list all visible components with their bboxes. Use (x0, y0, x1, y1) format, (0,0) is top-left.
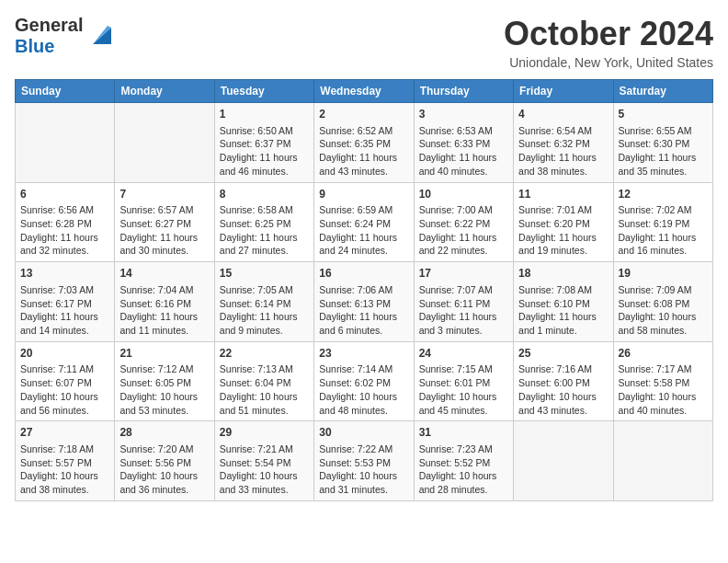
calendar-cell: 17Sunrise: 7:07 AM Sunset: 6:11 PM Dayli… (414, 262, 513, 342)
day-number: 23 (319, 346, 408, 362)
calendar-cell: 12Sunrise: 7:02 AM Sunset: 6:19 PM Dayli… (613, 182, 712, 262)
calendar-cell: 11Sunrise: 7:01 AM Sunset: 6:20 PM Dayli… (514, 182, 613, 262)
calendar-cell: 13Sunrise: 7:03 AM Sunset: 6:17 PM Dayli… (16, 262, 115, 342)
calendar-cell (115, 103, 214, 183)
calendar-cell: 22Sunrise: 7:13 AM Sunset: 6:04 PM Dayli… (214, 341, 313, 421)
logo-general: General (15, 15, 83, 35)
logo: General Blue (15, 15, 115, 57)
day-info: Sunrise: 6:57 AM Sunset: 6:27 PM Dayligh… (119, 203, 209, 258)
day-number: 18 (518, 266, 608, 282)
day-number: 2 (319, 107, 408, 122)
weekday-header: Thursday (414, 80, 513, 103)
weekday-header: Friday (514, 80, 613, 103)
day-info: Sunrise: 7:08 AM Sunset: 6:10 PM Dayligh… (518, 283, 608, 338)
calendar-week-row: 13Sunrise: 7:03 AM Sunset: 6:17 PM Dayli… (16, 262, 713, 342)
day-info: Sunrise: 7:15 AM Sunset: 6:01 PM Dayligh… (419, 362, 508, 417)
day-number: 17 (419, 266, 508, 282)
calendar-cell: 28Sunrise: 7:20 AM Sunset: 5:56 PM Dayli… (115, 421, 214, 501)
calendar-week-row: 20Sunrise: 7:11 AM Sunset: 6:07 PM Dayli… (16, 341, 713, 421)
day-number: 9 (319, 187, 408, 202)
calendar-header: SundayMondayTuesdayWednesdayThursdayFrid… (16, 80, 713, 103)
calendar-cell: 21Sunrise: 7:12 AM Sunset: 6:05 PM Dayli… (115, 341, 214, 421)
day-number: 12 (619, 187, 708, 202)
day-number: 3 (419, 107, 508, 122)
calendar-cell: 10Sunrise: 7:00 AM Sunset: 6:22 PM Dayli… (414, 182, 513, 262)
day-number: 16 (319, 266, 408, 282)
calendar-cell (16, 103, 115, 183)
day-info: Sunrise: 6:53 AM Sunset: 6:33 PM Dayligh… (419, 124, 508, 178)
day-number: 25 (518, 346, 608, 362)
day-info: Sunrise: 7:11 AM Sunset: 6:07 PM Dayligh… (20, 362, 109, 417)
day-info: Sunrise: 7:16 AM Sunset: 6:00 PM Dayligh… (518, 362, 608, 417)
day-info: Sunrise: 7:04 AM Sunset: 6:16 PM Dayligh… (119, 283, 209, 338)
calendar-week-row: 27Sunrise: 7:18 AM Sunset: 5:57 PM Dayli… (16, 421, 713, 501)
day-info: Sunrise: 6:56 AM Sunset: 6:28 PM Dayligh… (20, 203, 109, 258)
day-info: Sunrise: 7:06 AM Sunset: 6:13 PM Dayligh… (319, 283, 408, 338)
day-info: Sunrise: 6:50 AM Sunset: 6:37 PM Dayligh… (220, 124, 309, 178)
day-number: 10 (419, 187, 508, 202)
day-info: Sunrise: 7:02 AM Sunset: 6:19 PM Dayligh… (619, 203, 708, 258)
day-number: 6 (20, 187, 109, 202)
calendar-cell: 18Sunrise: 7:08 AM Sunset: 6:10 PM Dayli… (514, 262, 613, 342)
calendar-cell: 8Sunrise: 6:58 AM Sunset: 6:25 PM Daylig… (214, 182, 313, 262)
weekday-header: Monday (115, 80, 214, 103)
day-info: Sunrise: 7:18 AM Sunset: 5:57 PM Dayligh… (20, 442, 109, 497)
calendar-cell (613, 421, 712, 501)
day-info: Sunrise: 7:21 AM Sunset: 5:54 PM Dayligh… (220, 442, 309, 497)
day-number: 24 (419, 346, 508, 362)
calendar-cell: 19Sunrise: 7:09 AM Sunset: 6:08 PM Dayli… (613, 262, 712, 342)
weekday-header: Saturday (613, 80, 712, 103)
day-info: Sunrise: 7:17 AM Sunset: 5:58 PM Dayligh… (619, 362, 708, 417)
month-title: October 2024 (504, 15, 713, 53)
day-info: Sunrise: 7:09 AM Sunset: 6:08 PM Dayligh… (619, 283, 708, 338)
calendar-cell: 31Sunrise: 7:23 AM Sunset: 5:52 PM Dayli… (414, 421, 513, 501)
logo-icon (85, 18, 115, 48)
weekday-header: Sunday (16, 80, 115, 103)
day-number: 28 (119, 425, 209, 441)
calendar-cell: 30Sunrise: 7:22 AM Sunset: 5:53 PM Dayli… (314, 421, 414, 501)
calendar-cell: 6Sunrise: 6:56 AM Sunset: 6:28 PM Daylig… (16, 182, 115, 262)
calendar-cell: 1Sunrise: 6:50 AM Sunset: 6:37 PM Daylig… (214, 103, 313, 183)
day-info: Sunrise: 6:55 AM Sunset: 6:30 PM Dayligh… (619, 124, 708, 178)
day-number: 20 (20, 346, 109, 362)
calendar-cell: 25Sunrise: 7:16 AM Sunset: 6:00 PM Dayli… (514, 341, 613, 421)
day-number: 14 (119, 266, 209, 282)
day-number: 30 (319, 425, 408, 441)
day-number: 11 (518, 187, 608, 202)
calendar-cell: 4Sunrise: 6:54 AM Sunset: 6:32 PM Daylig… (514, 103, 613, 183)
title-block: October 2024 Uniondale, New York, United… (504, 15, 713, 70)
weekday-header: Wednesday (314, 80, 414, 103)
day-info: Sunrise: 7:01 AM Sunset: 6:20 PM Dayligh… (518, 203, 608, 258)
day-info: Sunrise: 6:59 AM Sunset: 6:24 PM Dayligh… (319, 203, 408, 258)
calendar-cell: 5Sunrise: 6:55 AM Sunset: 6:30 PM Daylig… (613, 103, 712, 183)
calendar-cell: 2Sunrise: 6:52 AM Sunset: 6:35 PM Daylig… (314, 103, 414, 183)
day-info: Sunrise: 7:13 AM Sunset: 6:04 PM Dayligh… (220, 362, 309, 417)
day-number: 22 (220, 346, 309, 362)
calendar-week-row: 1Sunrise: 6:50 AM Sunset: 6:37 PM Daylig… (16, 103, 713, 183)
calendar-table: SundayMondayTuesdayWednesdayThursdayFrid… (15, 79, 713, 501)
calendar-cell: 23Sunrise: 7:14 AM Sunset: 6:02 PM Dayli… (314, 341, 414, 421)
day-info: Sunrise: 7:20 AM Sunset: 5:56 PM Dayligh… (119, 442, 209, 497)
location-text: Uniondale, New York, United States (504, 55, 713, 70)
calendar-cell: 14Sunrise: 7:04 AM Sunset: 6:16 PM Dayli… (115, 262, 214, 342)
logo-blue: Blue (15, 36, 54, 56)
day-number: 27 (20, 425, 109, 441)
day-number: 1 (220, 107, 309, 122)
calendar-cell: 3Sunrise: 6:53 AM Sunset: 6:33 PM Daylig… (414, 103, 513, 183)
calendar-cell: 16Sunrise: 7:06 AM Sunset: 6:13 PM Dayli… (314, 262, 414, 342)
day-number: 13 (20, 266, 109, 282)
calendar-week-row: 6Sunrise: 6:56 AM Sunset: 6:28 PM Daylig… (16, 182, 713, 262)
day-info: Sunrise: 7:14 AM Sunset: 6:02 PM Dayligh… (319, 362, 408, 417)
day-number: 8 (220, 187, 309, 202)
day-info: Sunrise: 7:22 AM Sunset: 5:53 PM Dayligh… (319, 442, 408, 497)
calendar-cell: 20Sunrise: 7:11 AM Sunset: 6:07 PM Dayli… (16, 341, 115, 421)
day-info: Sunrise: 7:05 AM Sunset: 6:14 PM Dayligh… (220, 283, 309, 338)
calendar-cell: 9Sunrise: 6:59 AM Sunset: 6:24 PM Daylig… (314, 182, 414, 262)
page-header: General Blue October 2024 Uniondale, New… (15, 15, 713, 70)
day-number: 29 (220, 425, 309, 441)
calendar-cell: 7Sunrise: 6:57 AM Sunset: 6:27 PM Daylig… (115, 182, 214, 262)
weekday-header: Tuesday (214, 80, 313, 103)
day-info: Sunrise: 6:52 AM Sunset: 6:35 PM Dayligh… (319, 124, 408, 178)
day-number: 26 (619, 346, 708, 362)
day-info: Sunrise: 7:07 AM Sunset: 6:11 PM Dayligh… (419, 283, 508, 338)
